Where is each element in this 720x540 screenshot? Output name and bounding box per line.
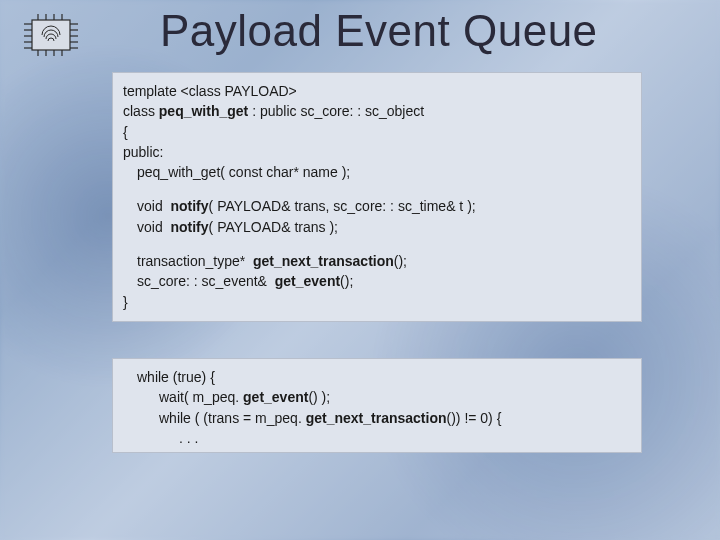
code-line: void notify( PAYLOAD& trans ); — [123, 217, 631, 237]
code-bold: notify — [170, 198, 208, 214]
code-bold: get_next_transaction — [253, 253, 394, 269]
code-block-usage: while (true) { wait( m_peq. get_event() … — [112, 358, 642, 453]
code-line: transaction_type* get_next_transaction()… — [123, 251, 631, 271]
code-line: . . . — [123, 428, 631, 448]
code-text: void — [137, 219, 170, 235]
code-block-class-definition: template <class PAYLOAD> class peq_with_… — [112, 72, 642, 322]
code-text: (); — [340, 273, 353, 289]
code-bold: get_event — [243, 389, 308, 405]
code-line: { — [123, 122, 631, 142]
code-line: while (true) { — [123, 367, 631, 387]
code-line: sc_core: : sc_event& get_event(); — [123, 271, 631, 291]
code-text: (); — [394, 253, 407, 269]
code-text: sc_core: : sc_event& — [137, 273, 275, 289]
code-text: ( PAYLOAD& trans, sc_core: : sc_time& t … — [209, 198, 476, 214]
code-line: while ( (trans = m_peq. get_next_transac… — [123, 408, 631, 428]
code-text: : public sc_core: : sc_object — [248, 103, 424, 119]
code-line: void notify( PAYLOAD& trans, sc_core: : … — [123, 196, 631, 216]
code-bold: get_event — [275, 273, 340, 289]
code-bold: peq_with_get — [159, 103, 248, 119]
blank-line — [123, 237, 631, 251]
code-line: template <class PAYLOAD> — [123, 81, 631, 101]
code-text: ()) != 0) { — [447, 410, 502, 426]
code-text: transaction_type* — [137, 253, 253, 269]
fingerprint-chip-icon — [22, 14, 80, 56]
code-bold: get_next_transaction — [306, 410, 447, 426]
slide: Payload Event Queue template <class PAYL… — [0, 0, 720, 540]
code-line: public: — [123, 142, 631, 162]
code-text: ( PAYLOAD& trans ); — [209, 219, 338, 235]
code-line: peq_with_get( const char* name ); — [123, 162, 631, 182]
code-text: () ); — [308, 389, 330, 405]
code-text: void — [137, 198, 170, 214]
code-text: wait( m_peq. — [159, 389, 243, 405]
code-line: class peq_with_get : public sc_core: : s… — [123, 101, 631, 121]
code-bold: notify — [170, 219, 208, 235]
code-line: } — [123, 292, 631, 312]
slide-title: Payload Event Queue — [160, 6, 598, 56]
blank-line — [123, 182, 631, 196]
code-text: class — [123, 103, 159, 119]
svg-rect-0 — [32, 20, 70, 50]
code-text: while ( (trans = m_peq. — [159, 410, 306, 426]
code-line: wait( m_peq. get_event() ); — [123, 387, 631, 407]
